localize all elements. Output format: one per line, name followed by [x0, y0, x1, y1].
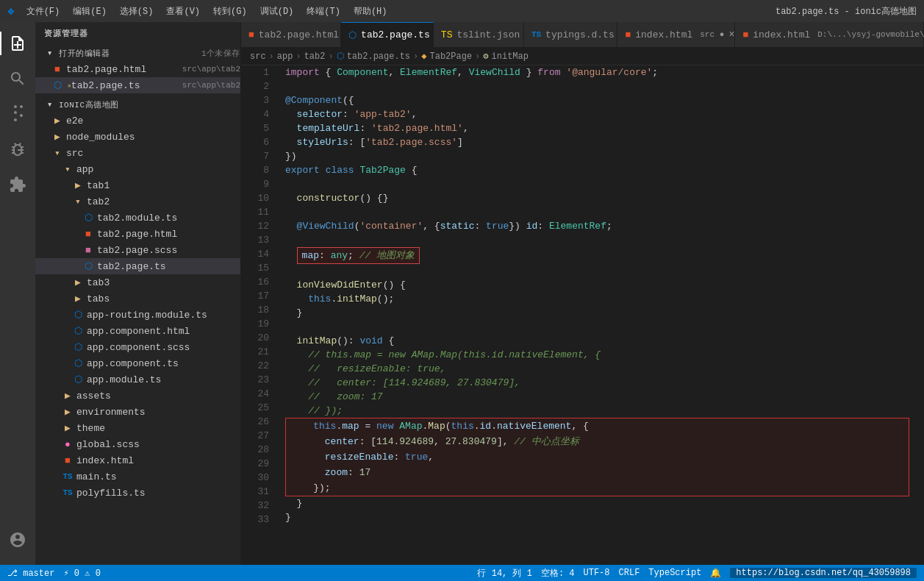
tab-tab2-html[interactable]: ■ tab2.page.html ×: [241, 22, 341, 47]
line-numbers: 12345 678910 1112131415 1617181920 21222…: [241, 65, 278, 565]
angular-icon: ⬡: [72, 309, 84, 321]
menu-edit[interactable]: 编辑(E): [67, 4, 112, 19]
sidebar-item-global-scss[interactable]: ● global.scss: [35, 436, 240, 452]
sidebar-item-app-component-scss[interactable]: ⬡ app.component.scss: [35, 339, 240, 355]
sidebar-item-theme[interactable]: ▶ theme: [35, 420, 240, 436]
tab-close-icon[interactable]: ×: [728, 29, 734, 40]
menu-debug[interactable]: 调试(D): [254, 4, 300, 19]
status-spaces[interactable]: 空格: 4: [541, 567, 575, 580]
boxed-block-start: this.map = new AMap.Map(this.id.nativeEl…: [285, 418, 909, 434]
sidebar-item-app[interactable]: ▾ app: [35, 161, 240, 177]
project-header[interactable]: ▾ IONIC高德地图: [35, 96, 240, 113]
project-label: IONIC高德地图: [59, 99, 240, 110]
tab-tab2-ts[interactable]: ⬡ tab2.page.ts ×: [341, 22, 434, 47]
folder-icon: ▶: [72, 293, 84, 304]
status-encoding[interactable]: UTF-8: [584, 568, 610, 578]
breadcrumb-method-icon: ⚙: [483, 51, 488, 62]
sidebar-item-tab2-module[interactable]: ⬡ tab2.module.ts: [35, 210, 240, 226]
status-lang[interactable]: TypeScript: [648, 568, 701, 578]
breadcrumb-file-icon: ⬡: [337, 51, 344, 62]
activity-extensions[interactable]: [0, 167, 35, 202]
menu-file[interactable]: 文件(F): [21, 4, 66, 19]
activity-search[interactable]: [0, 61, 35, 96]
menu-terminal[interactable]: 终端(T): [301, 4, 346, 19]
menu-select[interactable]: 选择(S): [114, 4, 160, 19]
status-position[interactable]: 行 14, 列 1: [477, 567, 531, 580]
code-content[interactable]: import { Component, ElementRef, ViewChil…: [278, 65, 924, 565]
sidebar-item-app-module[interactable]: ⬡ app.module.ts: [35, 371, 240, 388]
sidebar-title: 资源管理器: [35, 22, 240, 45]
sidebar-item-app-component-html[interactable]: ⬡ app.component.html: [35, 323, 240, 339]
sidebar-item-e2e[interactable]: ▶ e2e: [35, 113, 240, 129]
menu-bar: 文件(F) 编辑(E) 选择(S) 查看(V) 转到(G) 调试(D) 终端(T…: [21, 4, 393, 19]
tab-index-d[interactable]: ■ index.html D:\...\ysyj-govmobile\... ×: [735, 22, 924, 47]
menu-view[interactable]: 查看(V): [160, 4, 206, 19]
activity-files[interactable]: [0, 26, 35, 61]
folder-icon: ▶: [72, 277, 84, 288]
sidebar: 资源管理器 ▾ 打开的编辑器 1个未保存 ■ tab2.page.html sr…: [35, 22, 241, 565]
folder-icon: ▶: [62, 390, 74, 402]
tab-index-src[interactable]: ■ index.html src ● ×: [617, 22, 735, 47]
sidebar-item-polyfills-ts[interactable]: TS polyfills.ts: [35, 485, 240, 501]
open-editor-ts[interactable]: ⬡ ✕ tab2.page.ts src\app\tab2: [35, 77, 240, 93]
sidebar-item-app-component-ts[interactable]: ⬡ app.component.ts: [35, 355, 240, 371]
open-editor-html[interactable]: ■ tab2.page.html src\app\tab2: [35, 61, 240, 77]
sidebar-item-tab1[interactable]: ▶ tab1: [35, 177, 240, 193]
sidebar-item-node-modules[interactable]: ▶ node_modules: [35, 129, 240, 145]
open-editors-label: 打开的编辑器: [59, 48, 198, 59]
html-file-icon: ■: [51, 64, 63, 75]
breadcrumb-app[interactable]: app: [277, 51, 293, 62]
tab-label: index.html: [753, 29, 810, 40]
sidebar-item-environments[interactable]: ▶ environments: [35, 404, 240, 420]
status-errors[interactable]: ⚡ 0 ⚠ 0: [63, 568, 100, 579]
folder-icon: ▶: [51, 115, 63, 126]
activity-debug[interactable]: [0, 132, 35, 167]
angular-icon: ⬡: [72, 374, 84, 385]
menu-goto[interactable]: 转到(G): [207, 4, 253, 19]
tab-typings[interactable]: TS typings.d.ts ×: [524, 22, 618, 47]
breadcrumb-class-icon: ◆: [421, 51, 426, 62]
chevron-down-icon: ▾: [44, 47, 56, 59]
boxed-block-end: });: [285, 480, 909, 496]
open-editors-header[interactable]: ▾ 打开的编辑器 1个未保存: [35, 45, 240, 61]
tab-tslint[interactable]: TS tslint.json ×: [434, 22, 524, 47]
sidebar-item-index-html[interactable]: ■ index.html: [35, 452, 240, 468]
status-branch[interactable]: ⎇ master: [7, 568, 54, 579]
status-eol[interactable]: CRLF: [619, 568, 640, 578]
sidebar-item-app-routing[interactable]: ⬡ app-routing.module.ts: [35, 307, 240, 323]
tab-ts-icon: TS: [531, 30, 541, 39]
sidebar-item-tab2[interactable]: ▾ tab2: [35, 193, 240, 210]
breadcrumb-tab2[interactable]: tab2: [304, 51, 326, 62]
sidebar-item-src[interactable]: ▾ src: [35, 145, 240, 161]
open-editor-ts-name: tab2.page.ts: [71, 80, 179, 91]
angular-icon: ⬡: [82, 260, 94, 272]
title-bar: ❖ 文件(F) 编辑(E) 选择(S) 查看(V) 转到(G) 调试(D) 终端…: [0, 0, 924, 22]
ts-icon: TS: [62, 488, 74, 497]
menu-help[interactable]: 帮助(H): [348, 4, 393, 19]
html-icon: ■: [62, 455, 74, 466]
sidebar-item-tab3[interactable]: ▶ tab3: [35, 274, 240, 290]
activity-bar: [0, 22, 35, 565]
status-bell[interactable]: 🔔: [710, 568, 721, 579]
breadcrumb-src[interactable]: src: [250, 51, 266, 62]
breadcrumb-file[interactable]: tab2.page.ts: [347, 51, 410, 62]
sidebar-item-tabs[interactable]: ▶ tabs: [35, 290, 240, 307]
folder-icon: ▶: [51, 131, 63, 143]
tab-extra: src ●: [700, 30, 724, 39]
breadcrumb-method[interactable]: initMap: [492, 51, 529, 62]
status-url: https://blog.csdn.net/qq_43059898: [730, 568, 917, 578]
html-icon: ■: [82, 229, 94, 240]
sidebar-item-tab2-scss[interactable]: ■ tab2.page.scss: [35, 242, 240, 258]
title-bar-title: tab2.page.ts - ionic高德地图: [776, 5, 917, 18]
open-editor-html-name: tab2.page.html: [66, 64, 179, 75]
code-editor[interactable]: 12345 678910 1112131415 1617181920 21222…: [241, 65, 924, 565]
angular-icon: ⬡: [72, 341, 84, 353]
sidebar-item-main-ts[interactable]: TS main.ts: [35, 468, 240, 485]
activity-account[interactable]: [0, 522, 35, 557]
sidebar-item-tab2-html[interactable]: ■ tab2.page.html: [35, 226, 240, 242]
activity-git[interactable]: [0, 96, 35, 132]
breadcrumb: src › app › tab2 › ⬡ tab2.page.ts › ◆ Ta…: [241, 48, 924, 65]
sidebar-item-assets[interactable]: ▶ assets: [35, 388, 240, 404]
breadcrumb-class[interactable]: Tab2Page: [430, 51, 473, 62]
sidebar-item-tab2-ts[interactable]: ⬡ tab2.page.ts: [35, 258, 240, 274]
